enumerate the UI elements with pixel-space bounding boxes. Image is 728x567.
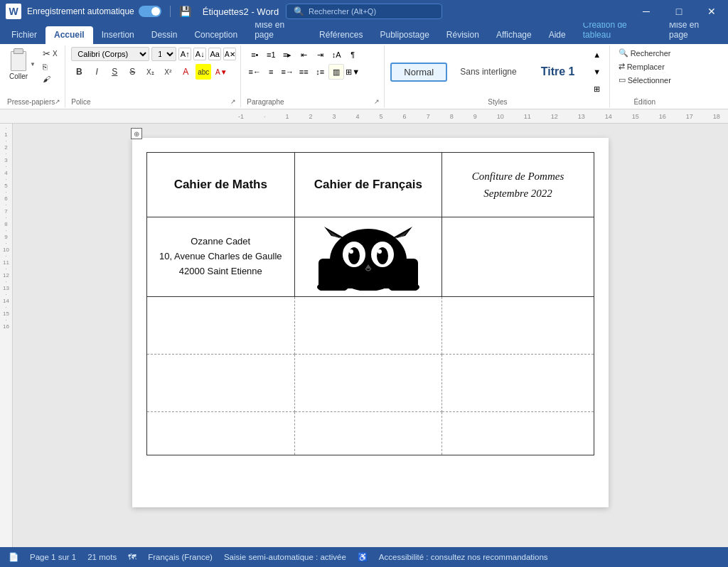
- underline-button[interactable]: S: [107, 64, 122, 80]
- tab-publipostage[interactable]: Publipostage: [371, 26, 437, 44]
- document-area[interactable]: ⊕ Cahier de Maths Cahier de Français: [13, 124, 728, 547]
- strikethrough-button[interactable]: S: [124, 64, 140, 80]
- styles-scroll-up[interactable]: ▲: [589, 47, 605, 63]
- bold-button[interactable]: B: [71, 64, 87, 80]
- cell-empty-4[interactable]: [442, 297, 594, 355]
- font-label: Police: [71, 97, 90, 106]
- align-right-button[interactable]: ≡→: [279, 64, 295, 80]
- font-case-button[interactable]: Aa: [208, 48, 221, 60]
- list-bullet-button[interactable]: ≡•: [247, 47, 262, 63]
- tab-affichage[interactable]: Affichage: [488, 26, 540, 44]
- cell-maths[interactable]: Cahier de Maths: [147, 153, 295, 217]
- ribbon: Coller ▼ ✂X ⎘ 🖌 Presse-papiers ↗: [0, 44, 728, 109]
- cell-empty-9[interactable]: [294, 412, 442, 455]
- copier-button[interactable]: ⎘: [40, 61, 60, 72]
- cell-empty-1[interactable]: [442, 217, 594, 297]
- styles-group: Normal Sans interligne Titre 1 ▲ ▼ ⊞ Sty…: [386, 45, 609, 107]
- pilcrow-button[interactable]: ¶: [345, 47, 360, 63]
- font-size-decrease[interactable]: A↓: [193, 48, 206, 60]
- table-move-handle[interactable]: ⊕: [131, 128, 142, 139]
- tab-insertion[interactable]: Insertion: [93, 26, 143, 44]
- saisie-label: Saisie semi-automatique : activée: [224, 553, 346, 561]
- cell-cat[interactable]: [294, 217, 442, 297]
- accessibility-label: Accessibilité : consultez nos recommanda…: [379, 553, 548, 561]
- superscript-button[interactable]: X²: [160, 64, 176, 80]
- cell-empty-3[interactable]: [294, 297, 442, 355]
- tab-aide[interactable]: Aide: [540, 26, 574, 44]
- ruler-marks: -1· 12 34 56 78 910 1112 1314 1516 1718 …: [238, 113, 728, 120]
- paragraph-group: ≡• ≡1 ≡▸ ⇤ ⇥ ↕A ¶ ≡← ≡ ≡→ ≡≡ ↕≡ ▥ ⊞▼ Par…: [242, 45, 385, 107]
- ribbon-tabs: Fichier Accueil Insertion Dessin Concept…: [0, 23, 728, 44]
- line-spacing-button[interactable]: ↕≡: [312, 64, 328, 80]
- cell-empty-10[interactable]: [442, 412, 594, 455]
- coller-label: Coller: [9, 72, 28, 80]
- search-icon: 🔍: [294, 6, 304, 16]
- tab-dessin[interactable]: Dessin: [143, 26, 186, 44]
- horizontal-ruler: -1· 12 34 56 78 910 1112 1314 1516 1718 …: [0, 109, 728, 124]
- styles-expand[interactable]: ⊞: [589, 81, 605, 97]
- clipboard-expand[interactable]: ↗: [55, 98, 60, 105]
- font-size-select[interactable]: 11: [151, 47, 176, 61]
- svg-point-19: [391, 281, 400, 288]
- indent-decrease-button[interactable]: ⇤: [296, 47, 311, 63]
- close-button[interactable]: ✕: [695, 0, 728, 23]
- align-center-button[interactable]: ≡: [263, 64, 279, 80]
- maximize-button[interactable]: □: [663, 0, 695, 23]
- coller-button[interactable]: Coller ▼: [7, 47, 37, 82]
- selectionner-button[interactable]: ▭ Sélectionner: [616, 74, 674, 86]
- cell-confiture-text: Confiture de PommesSeptembre 2022: [472, 168, 564, 202]
- tab-revision[interactable]: Révision: [438, 26, 488, 44]
- font-size-increase[interactable]: A↑: [178, 48, 191, 60]
- tab-references[interactable]: Références: [311, 26, 371, 44]
- styles-label: Styles: [390, 97, 604, 106]
- tab-fichier[interactable]: Fichier: [3, 26, 46, 44]
- style-normal[interactable]: Normal: [390, 63, 447, 82]
- paragraph-expand[interactable]: ↗: [374, 98, 380, 105]
- cell-francais[interactable]: Cahier de Français: [294, 153, 442, 217]
- autosave-label: Enregistrement automatique: [27, 6, 134, 16]
- minimize-button[interactable]: ─: [630, 0, 663, 23]
- list-multi-button[interactable]: ≡▸: [279, 47, 295, 63]
- shading-button[interactable]: ▥: [328, 64, 344, 80]
- indent-increase-button[interactable]: ⇥: [312, 47, 328, 63]
- couper-button[interactable]: ✂X: [40, 47, 60, 60]
- table-row: [147, 355, 594, 412]
- remplacer-button[interactable]: ⇄ Remplacer: [616, 60, 668, 72]
- cat-icon: [311, 223, 425, 291]
- style-title1[interactable]: Titre 1: [530, 61, 587, 82]
- rechercher-button[interactable]: 🔍 Rechercher: [616, 47, 674, 59]
- italic-button[interactable]: I: [89, 64, 105, 80]
- cell-empty-2[interactable]: [147, 297, 295, 355]
- cell-empty-6[interactable]: [294, 355, 442, 412]
- cell-empty-8[interactable]: [147, 412, 295, 455]
- border-button[interactable]: ⊞▼: [345, 64, 360, 80]
- tab-accueil[interactable]: Accueil: [46, 26, 93, 44]
- tab-conception[interactable]: Conception: [186, 26, 246, 44]
- autosave-area: Enregistrement automatique: [27, 6, 161, 17]
- sort-button[interactable]: ↕A: [328, 47, 344, 63]
- font-expand[interactable]: ↗: [230, 98, 236, 105]
- lang-icon: 🗺: [128, 553, 136, 561]
- cell-confiture[interactable]: Confiture de PommesSeptembre 2022: [442, 153, 594, 217]
- save-icon[interactable]: 💾: [179, 6, 191, 17]
- clear-format-button[interactable]: A✕: [223, 48, 236, 60]
- text-color-button[interactable]: A: [178, 64, 193, 80]
- cell-empty-5[interactable]: [147, 355, 295, 412]
- styles-scroll-down[interactable]: ▼: [589, 64, 605, 80]
- style-nospace[interactable]: Sans interligne: [450, 63, 526, 81]
- subscript-button[interactable]: X₂: [142, 64, 158, 80]
- justify-button[interactable]: ≡≡: [296, 64, 311, 80]
- clipboard-label: Presse-papiers: [7, 97, 55, 106]
- align-left-button[interactable]: ≡←: [247, 64, 262, 80]
- cell-empty-7[interactable]: [442, 355, 594, 412]
- svg-point-20: [400, 280, 408, 287]
- list-number-button[interactable]: ≡1: [263, 47, 279, 63]
- reproduire-button[interactable]: 🖌: [40, 73, 60, 85]
- font-color-button[interactable]: A▼: [213, 64, 229, 80]
- cell-address[interactable]: Ozanne Cadet 10, Avenue Charles de Gaull…: [147, 217, 295, 297]
- search-bar[interactable]: 🔍 Rechercher (Alt+Q): [286, 4, 442, 19]
- cat-image-cell: [295, 217, 442, 296]
- autosave-toggle[interactable]: [139, 6, 161, 17]
- font-name-select[interactable]: Calibri (Corps): [71, 47, 149, 61]
- highlight-button[interactable]: abc: [196, 64, 211, 80]
